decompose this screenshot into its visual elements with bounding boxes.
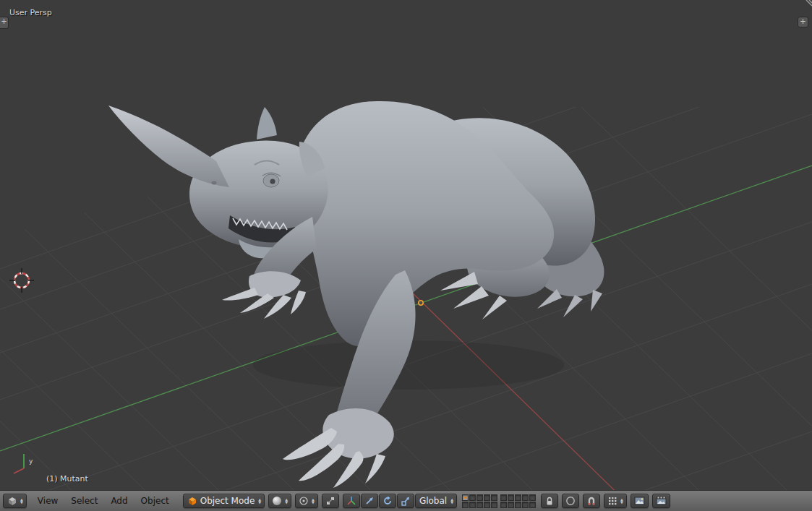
layer-toggle[interactable] <box>508 494 514 501</box>
editor-3dview-icon <box>7 496 17 506</box>
3d-cursor[interactable] <box>9 268 34 293</box>
dropdown-arrows-icon: ▲▼ <box>312 498 315 504</box>
proportional-edit-dropdown[interactable] <box>562 494 579 508</box>
opengl-render-still-icon <box>634 496 645 506</box>
snap-toggle[interactable] <box>583 494 600 508</box>
3d-viewport[interactable]: y User Persp (1) Mutant + + <box>0 0 812 490</box>
layer-object-dot <box>464 497 466 499</box>
layer-toggle[interactable] <box>476 502 483 508</box>
cube-icon <box>187 496 197 506</box>
layer-toggle[interactable] <box>522 494 529 501</box>
layer-toggle[interactable] <box>522 502 529 508</box>
menu-object[interactable]: Object <box>135 494 175 507</box>
sphere-icon <box>272 496 282 506</box>
active-object-label: (1) Mutant <box>46 474 88 484</box>
pivot-dropdown[interactable]: ▲▼ <box>295 494 318 508</box>
menu-view[interactable]: View <box>32 494 64 507</box>
rotate-icon <box>383 496 393 506</box>
region-expand-right-button[interactable]: + <box>798 17 808 27</box>
lock-layers-toggle[interactable] <box>541 494 558 508</box>
shading-dropdown[interactable]: ▲▼ <box>268 494 291 508</box>
scale-icon <box>401 496 411 506</box>
pivot-align-toggle[interactable] <box>322 494 339 508</box>
menu-select[interactable]: Select <box>65 494 103 507</box>
translate-toggle[interactable] <box>361 494 378 508</box>
magnet-icon <box>586 496 597 506</box>
layer-toggle[interactable] <box>462 502 469 508</box>
layer-toggle[interactable] <box>515 494 521 501</box>
layer-toggle[interactable] <box>484 502 490 508</box>
layer-toggle[interactable] <box>469 502 476 508</box>
menu-add[interactable]: Add <box>105 494 133 507</box>
axis-gizmo-y-label: y <box>29 458 33 465</box>
manipulator-group: Global ▲▼ <box>343 494 457 508</box>
view-name-label: User Persp <box>9 8 52 17</box>
rotate-toggle[interactable] <box>379 494 396 508</box>
opengl-render-still-button[interactable] <box>631 494 649 508</box>
opengl-render-anim-icon <box>656 496 667 506</box>
viewport-canvas[interactable]: y <box>0 0 812 490</box>
dropdown-arrows-icon: ▲▼ <box>258 498 261 504</box>
menu-bar: View Select Add Object <box>32 494 175 507</box>
layer-toggle[interactable] <box>476 494 483 501</box>
creature-model[interactable] <box>108 101 604 488</box>
layer-toggle[interactable] <box>484 494 490 501</box>
layer-toggle[interactable] <box>469 494 476 501</box>
layer-group-1 <box>462 494 497 508</box>
manipulator-axis-icon <box>346 496 356 506</box>
opengl-render-anim-button[interactable] <box>652 494 670 508</box>
layer-toggle[interactable] <box>515 502 521 508</box>
orientation-dropdown[interactable]: Global ▲▼ <box>415 494 457 508</box>
manipulator-toggle[interactable] <box>343 494 360 508</box>
layer-toggle[interactable] <box>462 494 469 501</box>
layer-toggle[interactable] <box>491 494 497 501</box>
scale-toggle[interactable] <box>397 494 414 508</box>
corner-grip-icon[interactable] <box>802 0 812 10</box>
layer-toggle[interactable] <box>529 494 536 501</box>
translate-icon <box>364 496 375 506</box>
layers-widget <box>462 494 536 508</box>
object-origin-dot[interactable] <box>419 301 423 305</box>
layer-toggle[interactable] <box>508 502 514 508</box>
mode-label: Object Mode <box>200 496 256 506</box>
mode-dropdown[interactable]: Object Mode ▲▼ <box>183 494 265 508</box>
viewport-header: ▲▼ View Select Add Object Object Mode ▲▼… <box>0 490 812 511</box>
pivot-align-icon <box>325 496 336 506</box>
proportional-circle-icon <box>565 496 576 506</box>
dropdown-arrows-icon: ▲▼ <box>285 498 288 504</box>
layer-group-2 <box>500 494 536 508</box>
dropdown-arrows-icon: ▲▼ <box>20 498 23 504</box>
region-expand-left-button[interactable]: + <box>0 17 9 29</box>
editor-type-button[interactable]: ▲▼ <box>3 494 27 508</box>
layer-toggle[interactable] <box>500 494 507 501</box>
snap-increment-icon <box>607 496 617 506</box>
dropdown-arrows-icon: ▲▼ <box>620 498 623 504</box>
layer-toggle[interactable] <box>500 502 507 508</box>
dropdown-arrows-icon: ▲▼ <box>450 498 453 504</box>
layer-toggle[interactable] <box>529 502 536 508</box>
mini-axis-gizmo: y <box>14 454 33 473</box>
pivot-point-icon <box>299 496 309 506</box>
orientation-label: Global <box>419 496 448 506</box>
lock-icon <box>544 496 555 506</box>
snap-element-dropdown[interactable]: ▲▼ <box>604 494 627 508</box>
layer-toggle[interactable] <box>491 502 497 508</box>
